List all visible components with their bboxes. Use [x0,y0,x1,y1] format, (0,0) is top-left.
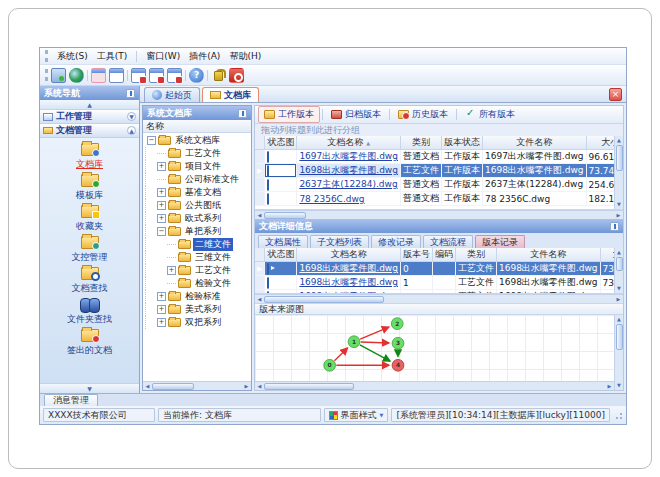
tree-horizontal-scrollbar[interactable]: ◀ ▶ [143,381,251,390]
resize-grip[interactable] [613,410,623,420]
close-tab-icon[interactable]: × [609,88,622,101]
tree-node[interactable]: +项目文件 [143,160,251,173]
scroll-down-icon[interactable]: ▼ [615,284,624,293]
menu-item[interactable]: 窗口(W) [146,50,180,63]
tree-node[interactable]: +公共图纸 [143,199,251,212]
details-tab-文档属性[interactable]: 文档属性 [258,235,308,248]
expand-icon[interactable]: + [157,188,166,197]
scroll-left-icon[interactable]: ◀ [255,382,264,391]
sidebar-scroll-down[interactable]: ▼ [40,383,139,393]
sidebar-group-documents[interactable]: 文档管理 ▲ [40,124,139,138]
document-name-link[interactable]: 78 2356C.dwg [299,194,364,204]
tree-node[interactable]: +检验标准 [143,290,251,303]
document-name-link[interactable]: 1697出水嘴零件图.dwg [299,151,398,161]
tree-node[interactable]: +双把系列 [143,316,251,329]
scroll-up-icon[interactable]: ▲ [615,136,624,145]
expand-icon[interactable]: + [157,162,166,171]
message-management-tab[interactable]: 消息管理 [44,394,98,406]
scroll-right-icon[interactable]: ▶ [242,382,251,391]
tree-node[interactable]: 公司标准文件 [143,173,251,186]
table-row[interactable]: 2637主体(12284).dwg普通文档工作版本2637主体(12284).d… [255,178,614,192]
details-tab-版本记录[interactable]: 版本记录 [475,235,525,248]
ui-style-picker[interactable]: 界面样式 ▼ [324,408,389,422]
document-name-link[interactable]: 1698出水嘴零件图.dwg [299,165,398,175]
details-tab-文档流程[interactable]: 文档流程 [423,235,473,248]
column-header[interactable]: 状态图 [265,248,297,262]
expand-icon[interactable]: + [157,318,166,327]
refresh-window-icon[interactable] [149,68,164,83]
sidebar-item-文控管理[interactable]: 文控管理 [40,236,139,264]
expand-icon[interactable]: + [157,305,166,314]
column-header[interactable]: 文件名称 [496,248,600,262]
table-row[interactable]: ▶1698出水嘴零件图.dwg工艺文件工作版本1698出水嘴零件图.dwg73.… [255,164,614,178]
column-header[interactable]: 类别 [400,136,441,150]
chevron-down-icon[interactable]: ▼ [127,112,136,121]
details-tab-子文档列表[interactable]: 子文档列表 [310,235,369,248]
table-row[interactable]: ▶1698出水嘴零件图.dwg0工艺文件1698出水嘴零件图.dwg73.00K… [255,262,614,276]
version-filter-button[interactable]: 归档版本 [325,106,387,123]
column-header[interactable]: 大小 [586,136,614,150]
collapse-icon[interactable]: − [147,136,156,145]
power-icon[interactable] [229,68,244,83]
table-row[interactable]: 1698出水嘴零件图.dwg1工艺文件1698出水嘴零件图.dwg73.00KB… [255,276,614,290]
tab-文档库[interactable]: 文档库 [202,87,259,102]
tree-node[interactable]: +美式系列 [143,303,251,316]
scroll-thumb[interactable] [264,296,384,303]
sidebar-item-模板库[interactable]: 模板库 [40,174,139,202]
scroll-thumb[interactable] [152,383,194,390]
version-filter-button[interactable]: 历史版本 [392,106,454,123]
column-header[interactable]: 文件名称 [482,136,586,150]
column-header[interactable]: 版本号 [400,248,432,262]
column-header[interactable]: 文档名称 [297,248,401,262]
tab-起始页[interactable]: 起始页 [144,87,200,102]
tree-node[interactable]: +工艺文件 [143,264,251,277]
graph-horizontal-scrollbar[interactable]: ◀ ▶ [255,381,614,390]
expand-icon[interactable]: + [157,214,166,223]
tree-node[interactable]: +基准文档 [143,186,251,199]
graph-vertical-scrollbar[interactable]: ▲ ▼ [614,315,623,390]
sidebar-item-文档查找[interactable]: 文档查找 [40,267,139,295]
sidebar-scroll-up[interactable]: ▲ [40,100,139,110]
new-window-icon[interactable] [91,68,106,83]
close-window-icon[interactable] [167,68,182,83]
menu-item[interactable]: 系统(S) [57,50,88,63]
menu-item[interactable]: 插件(A) [189,50,220,63]
sidebar-item-收藏夹[interactable]: 收藏夹 [40,205,139,233]
tree-node[interactable]: 三维文件 [143,251,251,264]
collapse-icon[interactable]: − [157,227,166,236]
globe-icon[interactable] [69,68,84,83]
scroll-down-icon[interactable]: ▼ [615,200,624,209]
pin-icon[interactable] [238,109,247,118]
scroll-thumb[interactable] [264,383,354,390]
sidebar-item-文档库[interactable]: 文档库 [40,143,139,171]
expand-icon[interactable]: + [157,201,166,210]
document-name-link[interactable]: 1698出水嘴零件图.dwg [299,263,398,273]
scroll-thumb[interactable] [616,257,623,271]
scroll-right-icon[interactable]: ▶ [605,382,614,391]
scroll-thumb[interactable] [264,212,306,219]
version-filter-button[interactable]: 工作版本 [258,106,320,123]
export-window-icon[interactable] [131,68,146,83]
chevron-up-icon[interactable]: ▲ [127,126,136,135]
expand-icon[interactable]: + [167,266,176,275]
tree-node[interactable]: −单把系列 [143,225,251,238]
document-name-link[interactable]: 1698出水嘴零件图.dwg [299,277,398,287]
table-horizontal-scrollbar[interactable]: ◀ ▶ [255,210,623,219]
tree-node[interactable]: 二维文件 [143,238,251,251]
expand-icon[interactable]: + [157,292,166,301]
column-header[interactable]: 版本状态 [441,136,482,150]
column-header[interactable]: 大小 [600,248,614,262]
sidebar-item-签出的文档[interactable]: 签出的文档 [40,329,139,357]
table-row[interactable]: 1698出水嘴零件图.dwg2工艺文件1698出水嘴零件图.dwg73.00KB… [255,290,614,294]
scroll-left-icon[interactable]: ◀ [143,382,152,391]
lock-icon[interactable] [211,68,226,83]
column-header[interactable]: 编码 [432,248,455,262]
tree-node[interactable]: +欧式系列 [143,212,251,225]
tree-column-header[interactable]: 名称 [143,120,251,133]
menu-item[interactable]: 帮助(H) [229,50,261,63]
column-header[interactable]: 类别 [455,248,496,262]
pin-icon[interactable] [610,222,619,231]
cascade-window-icon[interactable] [109,68,124,83]
pin-icon[interactable] [126,89,135,98]
monitor-icon[interactable] [51,68,66,83]
